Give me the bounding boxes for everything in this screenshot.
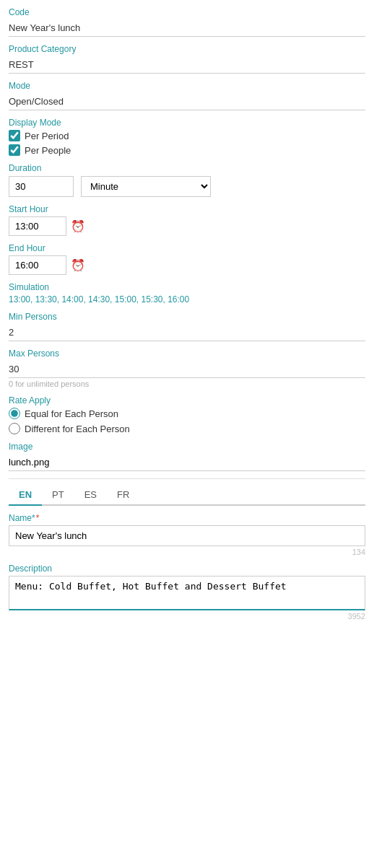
max-persons-field: Max Persons 0 for unlimited persons — [9, 348, 365, 388]
tab-en[interactable]: EN — [9, 485, 42, 506]
name-char-count: 134 — [9, 548, 365, 556]
product-category-label: Product Category — [9, 44, 365, 54]
mode-input[interactable] — [9, 93, 365, 110]
per-period-checkbox[interactable] — [9, 130, 20, 141]
equal-person-label: Equal for Each Person — [25, 408, 118, 419]
name-input[interactable] — [15, 530, 359, 541]
tab-fr[interactable]: FR — [107, 485, 139, 504]
min-persons-label: Min Persons — [9, 312, 365, 322]
different-person-row: Different for Each Person — [9, 423, 365, 434]
mode-field: Mode — [9, 81, 365, 110]
different-person-label: Different for Each Person — [25, 424, 130, 434]
end-hour-clock-icon[interactable]: ⏰ — [71, 258, 85, 272]
end-hour-row: ⏰ — [9, 255, 365, 275]
display-mode-label: Display Mode — [9, 118, 365, 128]
description-input-container: Menu: Cold Buffet, Hot Buffet and Desser… — [9, 576, 365, 610]
max-persons-label: Max Persons — [9, 348, 365, 359]
min-persons-input[interactable] — [9, 324, 365, 341]
product-category-input[interactable] — [9, 56, 365, 74]
start-hour-field: Start Hour ⏰ — [9, 204, 365, 236]
equal-person-radio[interactable] — [9, 408, 20, 419]
language-tabs: EN PT ES FR — [9, 485, 365, 506]
start-hour-row: ⏰ — [9, 216, 365, 236]
per-period-label: Per Period — [25, 131, 69, 141]
min-persons-field: Min Persons — [9, 312, 365, 341]
per-period-row: Per Period — [9, 130, 365, 141]
description-label: Description — [9, 564, 365, 574]
image-label: Image — [9, 442, 365, 452]
duration-label: Duration — [9, 163, 365, 173]
display-mode-field: Display Mode Per Period Per People — [9, 118, 365, 156]
code-label: Code — [9, 7, 365, 17]
name-input-container — [9, 525, 365, 546]
mode-label: Mode — [9, 81, 365, 91]
simulation-value: 13:00, 13:30, 14:00, 14:30, 15:00, 15:30… — [9, 294, 365, 304]
duration-unit-select[interactable]: Minute Hour Day — [81, 176, 211, 197]
section-divider — [9, 478, 365, 479]
equal-person-row: Equal for Each Person — [9, 408, 365, 419]
max-persons-hint: 0 for unlimited persons — [9, 380, 365, 388]
name-label: Name* — [9, 513, 365, 523]
description-textarea[interactable]: Menu: Cold Buffet, Hot Buffet and Desser… — [15, 581, 359, 602]
different-person-radio[interactable] — [9, 423, 20, 434]
per-people-row: Per People — [9, 144, 365, 156]
duration-number-input[interactable] — [9, 176, 74, 197]
simulation-label: Simulation — [9, 282, 365, 292]
rate-apply-label: Rate Apply — [9, 395, 365, 405]
product-category-field: Product Category — [9, 44, 365, 74]
duration-row: Minute Hour Day — [9, 176, 365, 197]
image-input[interactable] — [9, 454, 365, 471]
start-hour-input[interactable] — [9, 216, 66, 236]
end-hour-label: End Hour — [9, 243, 365, 253]
end-hour-input[interactable] — [9, 255, 66, 275]
start-hour-label: Start Hour — [9, 204, 365, 214]
rate-apply-field: Rate Apply Equal for Each Person Differe… — [9, 395, 365, 434]
name-field: Name* 134 — [9, 513, 365, 556]
code-input[interactable] — [9, 19, 365, 37]
image-field: Image — [9, 442, 365, 471]
simulation-field: Simulation 13:00, 13:30, 14:00, 14:30, 1… — [9, 282, 365, 304]
description-char-count: 3952 — [9, 612, 365, 621]
end-hour-field: End Hour ⏰ — [9, 243, 365, 275]
start-hour-clock-icon[interactable]: ⏰ — [71, 219, 85, 233]
code-field: Code — [9, 7, 365, 37]
description-field: Description Menu: Cold Buffet, Hot Buffe… — [9, 564, 365, 621]
max-persons-input[interactable] — [9, 361, 365, 378]
tab-es[interactable]: ES — [74, 485, 107, 504]
per-people-label: Per People — [25, 145, 71, 156]
duration-field: Duration Minute Hour Day — [9, 163, 365, 197]
per-people-checkbox[interactable] — [9, 144, 20, 156]
tab-pt[interactable]: PT — [42, 485, 74, 504]
